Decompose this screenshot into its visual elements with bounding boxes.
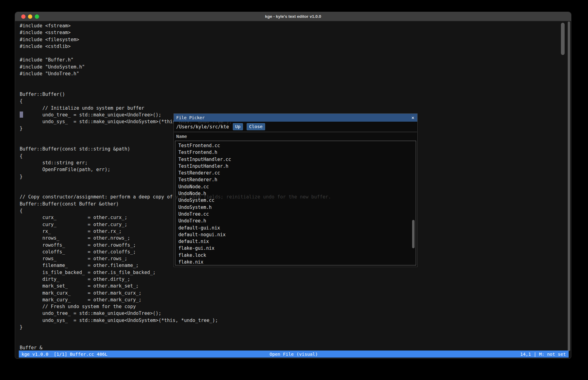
code-line: mark_cury_ = other.mark_cury_; [15,296,317,303]
window-title: kge - kyle's text editor v1.0.0 [265,14,321,19]
code-line: dirty_ = other.dirty_; [15,276,317,283]
code-line: undo_sys_ = std::make_unique<UndoSystem>… [15,317,317,324]
file-item[interactable]: TestRenderer.cc [175,170,416,176]
code-line [15,338,317,344]
file-item[interactable]: TestInputHandler.cc [175,156,416,163]
file-item[interactable]: TestFrontend.h [175,149,416,156]
code-line: { [15,98,317,104]
code-line: #include <cstdlib> [15,43,317,50]
status-bar: kge v1.0.0 [1/1] Buffer.cc 486L Open Fil… [19,351,569,358]
file-item[interactable]: UndoTree.cc [175,211,416,217]
file-item[interactable]: flake.nix [175,259,416,265]
file-item[interactable]: UndoSystem.h [175,204,416,211]
code-line [15,84,317,91]
close-window-button[interactable] [21,14,26,19]
file-item[interactable]: flake.lock [175,252,416,259]
status-mode: Open File (visual) [269,352,318,357]
file-list[interactable]: TestFrontend.ccTestFrontend.hTestInputHa… [175,141,416,265]
minimize-window-button[interactable] [28,14,32,19]
up-button[interactable]: Up [233,123,243,130]
editor-window: kge - kyle's text editor v1.0.0 #include… [15,12,571,359]
close-button[interactable]: Close [247,123,265,130]
file-item[interactable]: UndoNode.h [175,190,416,197]
text-cursor [20,112,23,118]
status-app-file-info: kge v1.0.0 [1/1] Buffer.cc 486L [22,352,107,357]
code-line [15,331,317,337]
zoom-window-button[interactable] [35,14,39,19]
code-line [15,50,317,57]
code-line: Buffer & [15,344,317,350]
screen: kge - kyle's text editor v1.0.0 #include… [0,0,588,380]
code-line: Buffer::Buffer() [15,91,317,98]
code-line: mark_curx_ = other.mark_curx_; [15,290,317,296]
code-line: undo_tree_ = std::make_unique<UndoTree>(… [15,310,317,317]
code-line: mark_set_ = other.mark_set_; [15,283,317,289]
file-item[interactable]: UndoTree.h [175,217,416,224]
code-line: #include "Buffer.h" [15,57,317,63]
file-picker-dialog: *this, *undo_tree_); y of core fields; r… [173,113,418,267]
file-item[interactable]: default-nogui.nix [175,231,416,238]
file-item[interactable]: default-gui.nix [175,225,416,231]
code-line: #include <fstream> [15,22,317,29]
code-line: #include <filesystem> [15,36,317,43]
file-item[interactable]: UndoNode.cc [175,183,416,190]
file-list-scrollbar-thumb[interactable] [412,220,415,248]
code-line: #include "UndoSystem.h" [15,64,317,70]
file-item[interactable]: UndoSystem.cc [175,197,416,204]
column-header-name: Name [174,132,417,141]
code-line: // Initialize undo system per buffer [15,105,317,112]
file-item[interactable]: flake-gui.nix [175,245,416,252]
code-line [15,77,317,84]
file-picker-title: File Picker [176,115,205,120]
file-item[interactable]: default.nix [175,238,416,245]
status-cursor-position: 14,1 | M: not set [520,352,566,357]
code-line: is_file_backed_ = other.is_file_backed_; [15,269,317,276]
code-line: } [15,324,317,331]
code-line: // Fresh undo system for the copy [15,303,317,310]
editor-scrollbar-track[interactable] [568,22,570,351]
file-item[interactable]: TestFrontend.cc [175,142,416,149]
window-titlebar[interactable]: kge - kyle's text editor v1.0.0 [15,12,571,21]
code-line: #include "UndoTree.h" [15,70,317,77]
file-picker-titlebar[interactable]: File Picker ✕ [174,114,417,122]
file-item[interactable]: TestInputHandler.h [175,163,416,170]
close-icon[interactable]: ✕ [411,115,414,120]
path-row: /Users/kyle/src/kte Up Close [174,122,417,132]
current-path: /Users/kyle/src/kte [176,124,229,130]
file-item[interactable]: TestRenderer.h [175,176,416,183]
editor-scrollbar-thumb[interactable] [561,23,565,55]
traffic-lights [21,14,39,19]
code-line: #include <sstream> [15,29,317,36]
